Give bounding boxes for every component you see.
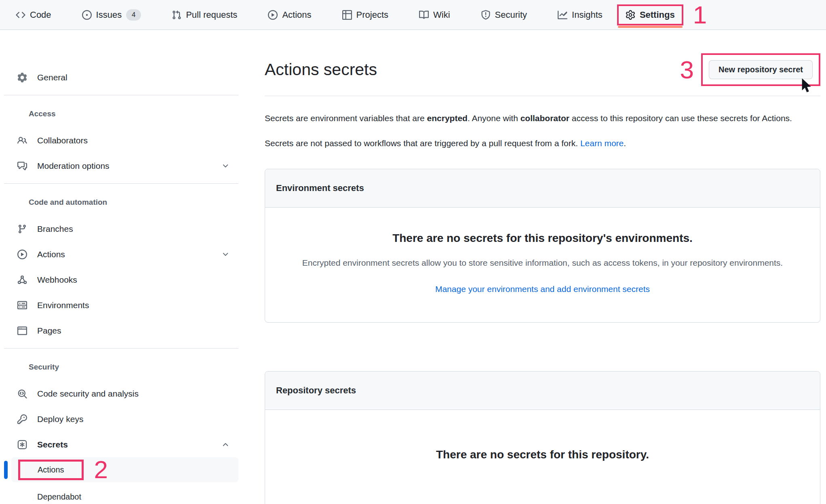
sidebar-item-deploy-keys[interactable]: Deploy keys [11,406,238,432]
tab-insights[interactable]: Insights [558,10,603,20]
tab-label: Wiki [433,10,450,20]
sidebar-item-label: Actions [37,250,65,259]
intro-bold-encrypted: encrypted [427,113,468,123]
code-scan-icon [17,389,27,399]
fork-note-text: Secrets are not passed to workflows that… [265,135,820,152]
annotation-number-1: 1 [693,2,707,27]
sidebar-divider [4,183,238,184]
environment-secrets-card: Environment secrets There are no secrets… [265,169,820,323]
annotation-number-3: 3 [680,57,694,82]
repository-secrets-header: Repository secrets [265,372,820,410]
settings-sidebar: General Access Collaborators Moderation … [0,30,251,504]
sidebar-item-moderation-options[interactable]: Moderation options [11,153,238,178]
new-repository-secret-button[interactable]: New repository secret [709,60,813,79]
learn-more-link[interactable]: Learn more [580,139,624,148]
tab-label: Insights [572,10,603,20]
asterisk-box-icon [17,440,27,449]
sidebar-item-webhooks[interactable]: Webhooks [11,267,238,292]
fork-note-segment: Secrets are not passed to workflows that… [265,139,580,148]
annotation-number-2: 2 [94,457,108,482]
intro-segment: access to this repository can use these … [569,113,792,123]
sidebar-item-label: Pages [37,326,61,336]
repository-secrets-card: Repository secrets There are no secrets … [265,371,820,504]
tab-label: Pull requests [186,10,237,20]
chevron-down-icon[interactable] [221,162,230,170]
sidebar-subitem-label: Dependabot [37,492,81,502]
play-icon [268,10,278,20]
sidebar-item-label: Environments [37,300,89,310]
tab-settings[interactable]: Settings [626,10,675,20]
webhook-icon [17,275,27,285]
sidebar-item-branches[interactable]: Branches [11,216,238,242]
shield-icon [481,10,491,20]
tab-label: Actions [282,10,311,20]
book-icon [419,10,429,20]
actions-secrets-page: Actions secrets 3 New repository secret … [265,30,820,504]
issues-count-badge: 4 [126,9,141,21]
annotation-box-actions-subitem: Actions [18,460,84,480]
repository-secrets-empty-state: There are no secrets for this repository… [265,410,820,504]
sidebar-subitem-label: Actions [38,465,64,474]
sidebar-item-actions[interactable]: Actions [11,242,238,267]
code-icon [16,10,25,20]
intro-bold-collaborator: collaborator [520,113,569,123]
gear-icon [626,10,635,20]
graph-icon [558,10,567,20]
sidebar-item-pages[interactable]: Pages [11,318,238,343]
sidebar-item-collaborators[interactable]: Collaborators [11,128,238,153]
annotation-box-new-secret-button: New repository secret [701,53,820,86]
page-header: Actions secrets 3 New repository secret [265,30,820,96]
tab-issues[interactable]: Issues 4 [82,9,141,21]
people-icon [17,136,27,145]
tab-security[interactable]: Security [481,10,527,20]
sidebar-section-code-and-automation: Code and automation [11,193,238,211]
sidebar-divider [4,348,238,349]
sidebar-item-label: Webhooks [37,275,77,285]
mouse-cursor-icon [799,77,815,93]
tab-label: Projects [356,10,388,20]
intro-segment: . Anyone with [468,113,520,123]
sidebar-section-access: Access [11,105,238,123]
repository-secrets-empty-title: There are no secrets for this repository… [281,448,804,461]
fork-note-segment: . [624,139,626,148]
chevron-up-icon[interactable] [221,441,230,449]
environment-secrets-empty-state: There are no secrets for this repository… [265,208,820,322]
sidebar-item-label: Collaborators [37,136,88,145]
tab-label: Issues [96,10,122,20]
sidebar-item-code-security-and-analysis[interactable]: Code security and analysis [11,381,238,406]
sidebar-item-secrets[interactable]: Secrets [11,432,238,457]
gear-icon [17,73,27,82]
intro-segment: Secrets are environment variables that a… [265,113,427,123]
environment-secrets-header: Environment secrets [265,169,820,208]
sidebar-item-label: Deploy keys [37,414,83,424]
chevron-down-icon[interactable] [221,250,230,258]
tab-projects[interactable]: Projects [342,10,388,20]
sidebar-section-security: Security [11,358,238,376]
key-icon [17,414,27,424]
manage-environments-link[interactable]: Manage your environments and add environ… [435,284,650,294]
annotation-box-settings-tab: Settings [617,4,683,25]
secrets-intro-text: Secrets are environment variables that a… [265,110,820,127]
tab-code[interactable]: Code [16,10,51,20]
repo-tab-bar: Code Issues 4 Pull requests Actions Proj… [0,0,826,30]
environment-secrets-empty-description: Encrypted environment secrets allow you … [297,254,788,271]
tab-wiki[interactable]: Wiki [419,10,450,20]
tab-pull-requests[interactable]: Pull requests [172,10,237,20]
sidebar-item-environments[interactable]: Environments [11,292,238,318]
server-icon [17,300,27,310]
pull-request-icon [172,10,181,20]
sidebar-subitem-secrets-dependabot[interactable]: Dependabot [11,488,238,504]
page-title: Actions secrets [265,60,377,79]
tab-actions[interactable]: Actions [268,10,311,20]
environment-secrets-empty-title: There are no secrets for this repository… [281,232,804,245]
sidebar-subitem-secrets-actions[interactable]: Actions 2 [11,457,238,482]
sidebar-divider [4,95,238,95]
sidebar-item-general[interactable]: General [11,65,238,90]
comment-discussion-icon [17,161,27,171]
sidebar-item-label: Code security and analysis [37,389,139,399]
tab-label: Security [495,10,527,20]
table-icon [342,10,352,20]
sidebar-item-label: Secrets [37,440,68,449]
issue-opened-icon [82,10,92,20]
browser-icon [17,326,27,336]
